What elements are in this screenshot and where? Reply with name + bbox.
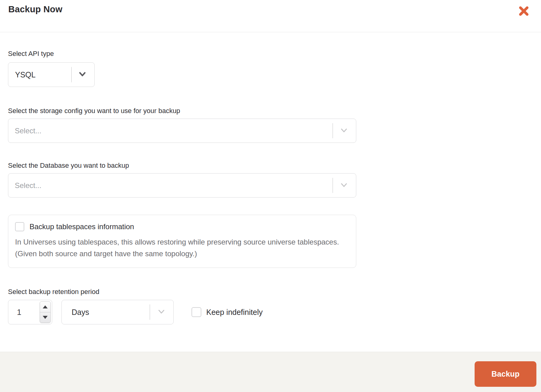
- modal-header: Backup Now: [0, 0, 541, 32]
- close-button[interactable]: [518, 5, 530, 17]
- close-icon: [518, 14, 530, 18]
- tablespaces-description: In Universes using tablespaces, this all…: [15, 236, 346, 260]
- tablespaces-panel: Backup tablespaces information In Univer…: [8, 215, 356, 268]
- chevron-down-icon: [78, 69, 87, 80]
- retention-label: Select backup retention period: [8, 288, 541, 296]
- storage-config-placeholder: Select...: [8, 127, 41, 135]
- keep-indefinitely-label[interactable]: Keep indefinitely: [206, 308, 263, 317]
- spinner-up-icon: [43, 305, 48, 308]
- backup-now-modal: Backup Now Select API type YSQL Select t…: [0, 0, 541, 392]
- keep-indefinitely-checkbox[interactable]: [192, 307, 201, 317]
- retention-row: Days Keep indefinitely: [8, 300, 541, 324]
- select-divider: [333, 123, 333, 138]
- tablespaces-checkbox-label[interactable]: Backup tablespaces information: [30, 222, 134, 231]
- chevron-down-icon: [157, 307, 166, 317]
- tablespaces-checkbox-row: Backup tablespaces information: [15, 222, 349, 231]
- spinner-down-icon: [43, 316, 48, 319]
- database-select[interactable]: Select...: [8, 173, 356, 198]
- keep-indefinitely-row: Keep indefinitely: [192, 307, 263, 317]
- retention-unit-select[interactable]: Days: [61, 300, 174, 324]
- backup-button[interactable]: Backup: [475, 361, 536, 387]
- api-type-value: YSQL: [8, 70, 36, 79]
- tablespaces-checkbox[interactable]: [15, 222, 24, 231]
- database-label: Select the Database you want to backup: [8, 161, 541, 170]
- stepper-spinner: [40, 301, 51, 323]
- retention-unit-value: Days: [62, 308, 89, 317]
- database-placeholder: Select...: [8, 181, 41, 190]
- chevron-down-icon: [339, 180, 349, 191]
- select-divider: [150, 304, 150, 320]
- modal-body: Select API type YSQL Select the storage …: [0, 49, 541, 324]
- select-divider: [71, 67, 72, 82]
- modal-footer: Backup: [0, 352, 541, 392]
- api-type-select[interactable]: YSQL: [8, 62, 95, 87]
- chevron-down-icon: [339, 126, 349, 136]
- storage-config-select[interactable]: Select...: [8, 119, 356, 143]
- storage-config-label: Select the storage config you want to us…: [8, 107, 541, 115]
- stepper-decrement-button[interactable]: [40, 312, 50, 323]
- retention-value-stepper: [8, 300, 52, 324]
- api-type-label: Select API type: [8, 49, 541, 58]
- modal-title: Backup Now: [8, 4, 62, 14]
- select-divider: [333, 178, 333, 193]
- stepper-increment-button[interactable]: [40, 302, 50, 312]
